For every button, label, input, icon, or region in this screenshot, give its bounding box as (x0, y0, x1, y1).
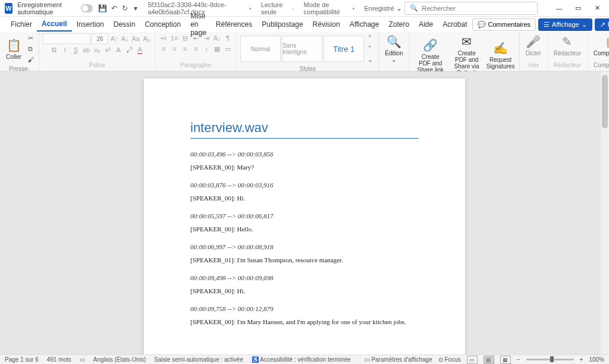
font-color-icon[interactable]: A (135, 45, 145, 55)
justify-icon[interactable]: ≡ (191, 44, 200, 54)
vertical-scrollbar[interactable] (601, 71, 609, 354)
addins-button[interactable]: ▦ Compléments (591, 33, 609, 58)
tab-dessin[interactable]: Dessin (109, 18, 140, 31)
maximize-button[interactable]: ▭ (569, 1, 588, 15)
create-pdf-share-link-button[interactable]: 🔗 Create PDF and Share link (413, 37, 448, 74)
shrink-font-icon[interactable]: A↓ (120, 34, 130, 43)
styles-down-icon[interactable]: ˅ (365, 44, 375, 54)
qat-dropdown-icon[interactable]: ▾ (132, 4, 139, 13)
tab-fichier[interactable]: Fichier (6, 18, 37, 31)
show-marks-icon[interactable]: ¶ (223, 33, 233, 43)
increase-indent-icon[interactable]: ⇥ (202, 33, 211, 43)
focus-mode[interactable]: ⊙ Focus (438, 356, 461, 363)
close-button[interactable]: ✕ (588, 1, 607, 15)
edition-button[interactable]: 🔍 Édition ⌄ (382, 33, 406, 64)
comments-button[interactable]: 💬 Commentaires (472, 18, 536, 31)
zoom-out-icon[interactable]: − (517, 356, 520, 363)
tab-revision[interactable]: Révision (308, 18, 345, 31)
bold-icon[interactable]: G (49, 45, 59, 55)
styles-up-icon[interactable]: ˄ (365, 33, 375, 43)
zoom-slider[interactable] (526, 359, 574, 360)
mic-icon: 🎤 (526, 34, 541, 49)
font-size-input[interactable] (92, 33, 108, 44)
decrease-indent-icon[interactable]: ⇤ (191, 33, 200, 43)
superscript-icon[interactable]: x² (103, 45, 112, 55)
display-settings[interactable]: ▭ Paramètres d'affichage (365, 356, 432, 363)
grow-font-icon[interactable]: A↑ (109, 34, 119, 43)
addins-label: Compléments (594, 61, 609, 70)
clear-format-icon[interactable]: Aᵪ (142, 34, 151, 43)
style-normal[interactable]: Normal (240, 36, 281, 62)
read-mode-icon[interactable]: ▭ (467, 356, 478, 364)
undo-icon[interactable]: ↶ (111, 4, 118, 13)
tab-affichage[interactable]: Affichage (345, 18, 384, 31)
highlight-icon[interactable]: 🖍 (124, 45, 134, 55)
font-group: A↑ A↓ Aa Aᵪ G I S ab x₂ x² A 🖍 A Police (39, 32, 155, 71)
scrollbar-thumb[interactable] (602, 75, 608, 128)
page-indicator[interactable]: Page 1 sur 6 (5, 356, 39, 363)
italic-icon[interactable]: I (60, 45, 70, 55)
accessibility-status[interactable]: ♿ Accessibilité : vérification terminée (252, 356, 351, 363)
sort-icon[interactable]: A↓ (212, 33, 222, 43)
tab-zotero[interactable]: Zotero (384, 18, 414, 31)
adobe-group: 🔗 Create PDF and Share link ✉ Create PDF… (410, 32, 520, 71)
transcript-line: [SPEAKER_00]: Hi. (190, 194, 419, 202)
ribbon: 📋 Coller ✂ ⧉ 🖌 Presse-papi... A↑ A↓ Aa A… (0, 32, 609, 71)
styles-more-icon[interactable]: ⌄ (365, 55, 375, 64)
timestamp: 00:00:06,997 --> 00:00:08,918 (190, 243, 419, 250)
shading-icon[interactable]: ▦ (212, 44, 222, 54)
text-predictions-icon[interactable]: ▭ (80, 356, 85, 363)
tab-accueil[interactable]: Accueil (37, 17, 72, 32)
tab-aide[interactable]: Aide (414, 18, 438, 31)
font-family-input[interactable] (43, 33, 90, 44)
tab-references[interactable]: Références (211, 18, 257, 31)
line-spacing-icon[interactable]: ↕ (202, 44, 211, 54)
align-right-icon[interactable]: ≡ (180, 44, 190, 54)
redo-icon[interactable]: ↻ (121, 4, 128, 13)
view-mode-button[interactable]: ☰ Affichage ⌄ (538, 18, 592, 31)
subscript-icon[interactable]: x₂ (92, 45, 102, 55)
tab-conception[interactable]: Conception (140, 18, 186, 31)
copy-icon[interactable]: ⧉ (26, 44, 35, 54)
text-effects-icon[interactable]: A (114, 45, 123, 55)
autosave-toggle[interactable] (81, 4, 93, 12)
format-painter-icon[interactable]: 🖌 (26, 55, 35, 64)
align-left-icon[interactable]: ≡ (159, 44, 168, 54)
transcript-line: [SPEAKER_00]: Mary? (190, 164, 419, 171)
share-button[interactable]: ↗ Partager ⌄ (595, 18, 609, 31)
request-signatures-button[interactable]: ✍ Request Signatures (486, 40, 516, 71)
create-pdf-outlook-button[interactable]: ✉ Create PDF and Share via Outlook (450, 33, 484, 77)
paste-button[interactable]: 📋 Coller (4, 37, 24, 61)
web-layout-icon[interactable]: ▦ (500, 356, 511, 364)
bullets-icon[interactable]: •≡ (159, 33, 168, 43)
search-box[interactable]: 🔍 (404, 2, 538, 15)
cut-icon[interactable]: ✂ (26, 33, 35, 43)
addins-group: ▦ Compléments Compléments (588, 32, 609, 71)
word-count[interactable]: 491 mots (47, 356, 71, 363)
tab-acrobat[interactable]: Acrobat (438, 18, 472, 31)
borders-icon[interactable]: ▭ (223, 44, 233, 54)
align-center-icon[interactable]: ≡ (169, 44, 179, 54)
numbering-icon[interactable]: 1≡ (169, 33, 179, 43)
saved-dropdown-icon[interactable]: ⌄ (396, 4, 403, 13)
autosave-status[interactable]: Saisie semi-automatique : activée (154, 356, 243, 363)
save-icon[interactable]: 💾 (98, 4, 107, 13)
change-case-icon[interactable]: Aa (131, 34, 140, 43)
search-input[interactable] (422, 5, 532, 12)
underline-icon[interactable]: S (71, 45, 80, 55)
dictate-button[interactable]: 🎤 Dicter (523, 33, 544, 58)
print-layout-icon[interactable]: ▤ (484, 356, 494, 364)
language-indicator[interactable]: Anglais (États-Unis) (93, 356, 146, 363)
tab-publipostage[interactable]: Publipostage (257, 18, 307, 31)
editor-button[interactable]: ✎ Rédacteur (551, 33, 583, 58)
strike-icon[interactable]: ab (81, 45, 91, 55)
minimize-button[interactable]: — (550, 1, 569, 15)
document-area[interactable]: interview.wav 00:00:03,496 --> 00:00:03,… (0, 71, 609, 354)
style-title1[interactable]: Titre 1 (324, 36, 364, 62)
tab-insertion[interactable]: Insertion (72, 18, 109, 31)
search-icon: 🔍 (410, 4, 418, 12)
zoom-in-icon[interactable]: + (580, 356, 583, 363)
zoom-level[interactable]: 100% (589, 356, 604, 363)
multilevel-icon[interactable]: ⊟ (180, 33, 190, 43)
style-no-spacing[interactable]: Sans interligne (282, 36, 322, 62)
